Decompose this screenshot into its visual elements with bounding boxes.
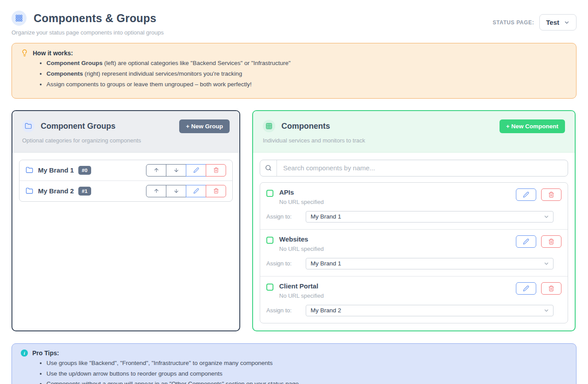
trash-icon [548,238,554,245]
pro-tips-list: Use groups like "Backend", "Frontend", "… [46,359,567,384]
assign-to-label: Assign to: [266,307,306,314]
component-url-status: No URL specified [279,199,324,205]
components-panel: Components + New Component Individual se… [252,110,576,331]
trash-icon [548,285,554,292]
edit-component-button[interactable] [516,188,536,201]
status-page-dropdown[interactable]: Test [539,14,576,31]
component-name: APIs [279,188,324,196]
trash-icon [213,167,219,173]
grid-icon [263,120,275,132]
component-checkbox[interactable] [266,284,273,291]
panels-row: Component Groups + New Group Optional ca… [12,110,576,331]
status-page-label: STATUS PAGE: [492,19,534,26]
delete-component-button[interactable] [541,235,561,248]
grid-dots-icon [12,11,27,26]
assign-group-select[interactable]: My Brand 1 [306,211,553,223]
pencil-icon [523,238,529,245]
bullet-bold: Component Groups [46,60,103,66]
delete-group-button[interactable] [206,185,226,197]
arrow-down-icon [173,167,179,173]
component-row: Websites No URL specified Assign to: [260,229,568,276]
pro-tip-item: Use groups like "Backend", "Frontend", "… [46,359,567,368]
pro-tips-callout: i Pro Tips: Use groups like "Backend", "… [12,343,576,384]
group-row: My Brand 1 #0 [19,160,232,180]
search-icon [260,160,277,176]
folder-icon [26,166,33,174]
arrow-up-icon [154,167,159,173]
component-checkbox[interactable] [266,237,273,244]
edit-component-button[interactable] [516,282,536,295]
new-group-button[interactable]: + New Group [179,119,230,133]
page-title: Components & Groups [34,12,156,25]
status-page-value: Test [546,19,559,26]
new-component-button[interactable]: + New Component [500,119,565,133]
groups-panel-subtitle: Optional categories for organizing compo… [22,137,230,144]
pencil-icon [523,192,529,198]
components-panel-subtitle: Individual services and monitors to trac… [263,137,565,144]
status-page-picker: STATUS PAGE: Test [492,14,576,31]
assign-group-select[interactable]: My Brand 1 [306,258,553,269]
components-panel-body: APIs No URL specified Assign to: [253,153,575,330]
component-list: APIs No URL specified Assign to: [260,182,568,323]
move-down-button[interactable] [166,185,186,197]
group-row: My Brand 2 #1 [19,180,232,201]
page-header-left: Components & Groups Organize your status… [12,11,164,36]
how-it-works-title: How it works: [33,50,73,57]
pro-tips-title: Pro Tips: [32,349,59,357]
assign-to-label: Assign to: [266,213,306,220]
lightbulb-icon [21,49,28,57]
group-actions [146,164,226,177]
info-icon: i [21,349,28,357]
move-down-button[interactable] [166,164,186,177]
component-checkbox[interactable] [266,190,273,197]
bullet-text: (right) represent individual services/mo… [83,70,242,77]
bullet-text: Assign components to groups or leave the… [46,81,252,88]
assign-group-select[interactable]: My Brand 2 [306,305,553,316]
folder-icon [22,120,35,132]
group-order-badge: #0 [78,166,91,175]
how-it-works-item: Assign components to groups or leave the… [46,81,567,89]
group-actions [146,185,226,197]
component-actions [516,235,561,248]
edit-group-button[interactable] [186,164,206,177]
arrow-down-icon [173,188,179,194]
how-it-works-item: Component Groups (left) are optional cat… [46,59,567,68]
component-name: Client Portal [279,282,324,290]
group-name: My Brand 2 [38,187,74,195]
how-it-works-list: Component Groups (left) are optional cat… [46,59,567,89]
pencil-icon [193,167,199,173]
components-panel-header: Components + New Component Individual se… [253,111,575,153]
group-name: My Brand 1 [38,166,74,174]
delete-group-button[interactable] [206,164,226,177]
delete-component-button[interactable] [541,188,561,201]
groups-panel-header: Component Groups + New Group Optional ca… [12,111,239,153]
move-up-button[interactable] [146,164,166,177]
trash-icon [213,188,219,194]
edit-component-button[interactable] [516,235,536,248]
move-up-button[interactable] [146,185,166,197]
components-panel-title: Components [281,122,330,131]
assign-to-label: Assign to: [266,260,306,267]
bullet-bold: Components [46,70,83,77]
search-input[interactable] [277,160,568,176]
group-list: My Brand 1 #0 My Brand 2 [19,160,233,202]
trash-icon [548,192,554,198]
arrow-up-icon [154,188,159,194]
component-name: Websites [279,235,324,243]
groups-panel-body: My Brand 1 #0 My Brand 2 [12,153,239,330]
bullet-text: (left) are optional categories like "Bac… [103,60,291,66]
component-url-status: No URL specified [279,246,324,252]
how-it-works-callout: How it works: Component Groups (left) ar… [12,43,576,99]
chevron-down-icon [564,19,570,26]
pencil-icon [523,285,529,292]
page-subtitle: Organize your status page components int… [12,29,164,36]
component-actions [516,188,561,201]
edit-group-button[interactable] [186,185,206,197]
delete-component-button[interactable] [541,282,561,295]
page-header: Components & Groups Organize your status… [12,11,576,36]
pencil-icon [193,188,199,194]
component-url-status: No URL specified [279,292,324,299]
component-groups-panel: Component Groups + New Group Optional ca… [12,110,240,331]
pro-tip-item: Use the up/down arrow buttons to reorder… [46,370,567,378]
component-actions [516,282,561,295]
